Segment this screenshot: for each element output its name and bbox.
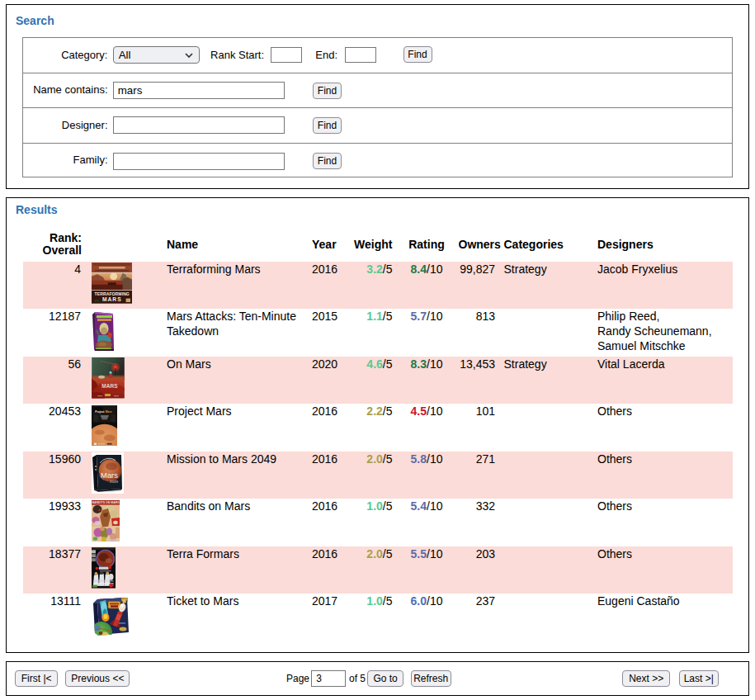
svg-text:Mars: Mars [105,409,111,413]
svg-text:Mars: Mars [101,471,118,480]
svg-text:MARS: MARS [101,296,121,302]
svg-text:Project: Project [95,409,105,413]
svg-text:MARS: MARS [101,383,118,389]
svg-text:BANDITS ON MARS: BANDITS ON MARS [92,501,120,504]
svg-text:2049: 2049 [110,480,118,484]
